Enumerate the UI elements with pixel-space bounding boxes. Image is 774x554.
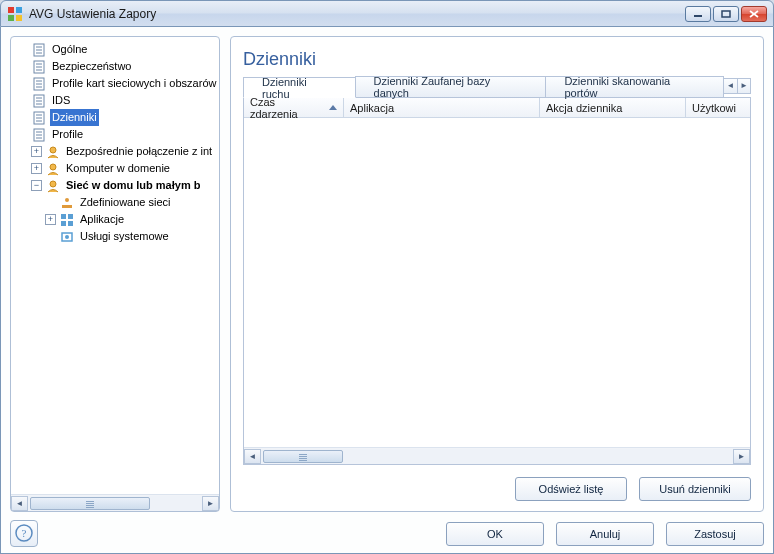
tab-label: Dzienniki ruchu — [262, 76, 337, 100]
svg-rect-1 — [16, 7, 22, 13]
tree-item-network-profiles[interactable]: Profile kart sieciowych i obszarów — [11, 75, 219, 92]
scroll-left-icon[interactable]: ◄ — [11, 496, 28, 511]
svg-point-33 — [50, 164, 56, 170]
tab-label: Dzienniki skanowania portów — [564, 75, 705, 99]
column-label: Użytkowi — [692, 102, 736, 114]
svg-rect-37 — [61, 214, 66, 219]
delete-logs-button[interactable]: Usuń dzienniki — [639, 477, 751, 501]
apply-button[interactable]: Zastosuj — [666, 522, 764, 546]
tree-horizontal-scrollbar[interactable]: ◄ ► — [11, 494, 219, 511]
file-icon — [31, 110, 47, 126]
tree-item-security[interactable]: Bezpieczeństwo — [11, 58, 219, 75]
column-label: Akcja dziennika — [546, 102, 622, 114]
expand-icon[interactable]: + — [31, 163, 42, 174]
close-button[interactable] — [741, 6, 767, 22]
scroll-right-icon[interactable]: ► — [733, 449, 750, 464]
column-header-application[interactable]: Aplikacja — [344, 98, 540, 117]
tree-item-label: Zdefiniowane sieci — [78, 194, 173, 211]
tree-item-label: IDS — [50, 92, 72, 109]
tree-item-label: Komputer w domenie — [64, 160, 172, 177]
tree-item-applications[interactable]: + Aplikacje — [11, 211, 219, 228]
tab-scroll-left-icon[interactable]: ◄ — [723, 78, 737, 94]
tree-item-label: Profile — [50, 126, 85, 143]
column-header-log-action[interactable]: Akcja dziennika — [540, 98, 686, 117]
log-grid: Czas zdarzenia Aplikacja Akcja dziennika… — [243, 98, 751, 465]
cancel-button[interactable]: Anuluj — [556, 522, 654, 546]
tree-item-system-services[interactable]: Usługi systemowe — [11, 228, 219, 245]
window-title: AVG Ustawienia Zapory — [29, 7, 156, 21]
file-icon — [31, 42, 47, 58]
svg-rect-2 — [8, 15, 14, 21]
grid-horizontal-scrollbar[interactable]: ◄ ► — [244, 447, 750, 464]
svg-rect-38 — [68, 214, 73, 219]
network-icon — [59, 195, 75, 211]
expand-icon[interactable]: + — [31, 146, 42, 157]
svg-rect-5 — [722, 11, 730, 17]
tree-item-label: Bezpośrednie połączenie z int — [64, 143, 214, 160]
file-icon — [31, 76, 47, 92]
person-icon — [45, 161, 61, 177]
tree-item-profiles[interactable]: Profile — [11, 126, 219, 143]
tree-item-general[interactable]: Ogólne — [11, 41, 219, 58]
svg-point-32 — [50, 147, 56, 153]
tab-label: Dzienniki Zaufanej bazy danych — [374, 75, 528, 99]
refresh-list-button[interactable]: Odśwież listę — [515, 477, 627, 501]
maximize-button[interactable] — [713, 6, 739, 22]
column-header-user[interactable]: Użytkowi — [686, 98, 750, 117]
scroll-right-icon[interactable]: ► — [202, 496, 219, 511]
svg-rect-39 — [61, 221, 66, 226]
svg-rect-40 — [68, 221, 73, 226]
scroll-thumb[interactable] — [263, 450, 343, 463]
collapse-icon[interactable]: − — [31, 180, 42, 191]
tab-scroll-right-icon[interactable]: ► — [737, 78, 751, 94]
svg-point-34 — [50, 181, 56, 187]
services-icon — [59, 229, 75, 245]
tree-item-label: Ogólne — [50, 41, 89, 58]
tree-item-home-network[interactable]: − Sieć w domu lub małym b — [11, 177, 219, 194]
svg-point-35 — [65, 198, 69, 202]
column-label: Aplikacja — [350, 102, 394, 114]
svg-point-42 — [65, 235, 69, 239]
minimize-button[interactable] — [685, 6, 711, 22]
svg-rect-3 — [16, 15, 22, 21]
tab-traffic-logs[interactable]: Dzienniki ruchu — [243, 77, 356, 98]
tree-item-ids[interactable]: IDS — [11, 92, 219, 109]
person-icon — [45, 178, 61, 194]
tree-item-defined-networks[interactable]: Zdefiniowane sieci — [11, 194, 219, 211]
tree-item-label: Dzienniki — [50, 109, 99, 126]
page-title: Dzienniki — [243, 49, 751, 70]
grid-body-empty — [244, 118, 750, 447]
content-panel: Dzienniki Dzienniki ruchu Dzienniki Zauf… — [230, 36, 764, 512]
tree-item-label: Aplikacje — [78, 211, 126, 228]
tree-item-label: Bezpieczeństwo — [50, 58, 134, 75]
tab-port-scan-logs[interactable]: Dzienniki skanowania portów — [545, 76, 724, 97]
apps-icon — [59, 212, 75, 228]
column-header-event-time[interactable]: Czas zdarzenia — [244, 98, 344, 117]
tree-item-label: Usługi systemowe — [78, 228, 171, 245]
person-icon — [45, 144, 61, 160]
tab-bar: Dzienniki ruchu Dzienniki Zaufanej bazy … — [243, 76, 751, 98]
tree-item-domain-computer[interactable]: + Komputer w domenie — [11, 160, 219, 177]
svg-text:?: ? — [22, 527, 27, 539]
help-icon: ? — [15, 524, 33, 544]
tree-item-label: Sieć w domu lub małym b — [64, 177, 202, 194]
scroll-thumb[interactable] — [30, 497, 150, 510]
titlebar: AVG Ustawienia Zapory — [0, 0, 774, 27]
tree-item-logs[interactable]: Dzienniki — [11, 109, 219, 126]
tab-trusted-db-logs[interactable]: Dzienniki Zaufanej bazy danych — [355, 76, 547, 97]
svg-rect-0 — [8, 7, 14, 13]
tree-item-label: Profile kart sieciowych i obszarów — [50, 75, 218, 92]
file-icon — [31, 59, 47, 75]
expand-icon[interactable]: + — [45, 214, 56, 225]
app-icon — [7, 6, 23, 22]
svg-rect-36 — [62, 205, 72, 208]
navigation-tree-panel: Ogólne Bezpieczeństwo Profile kart sieci… — [10, 36, 220, 512]
scroll-left-icon[interactable]: ◄ — [244, 449, 261, 464]
tree-item-direct-connection[interactable]: + Bezpośrednie połączenie z int — [11, 143, 219, 160]
file-icon — [31, 93, 47, 109]
sort-asc-icon — [329, 105, 337, 110]
ok-button[interactable]: OK — [446, 522, 544, 546]
help-button[interactable]: ? — [10, 520, 38, 547]
file-icon — [31, 127, 47, 143]
